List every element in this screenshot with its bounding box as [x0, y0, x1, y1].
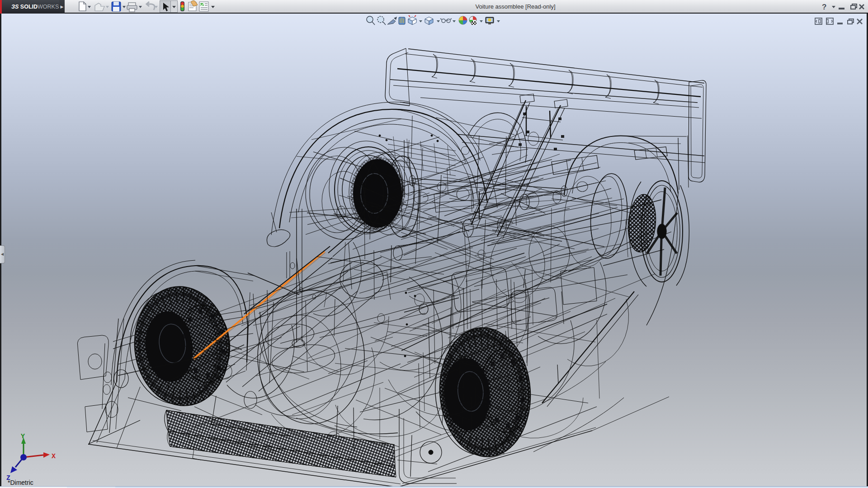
- svg-text:X: X: [52, 453, 56, 460]
- svg-text:?: ?: [822, 3, 826, 11]
